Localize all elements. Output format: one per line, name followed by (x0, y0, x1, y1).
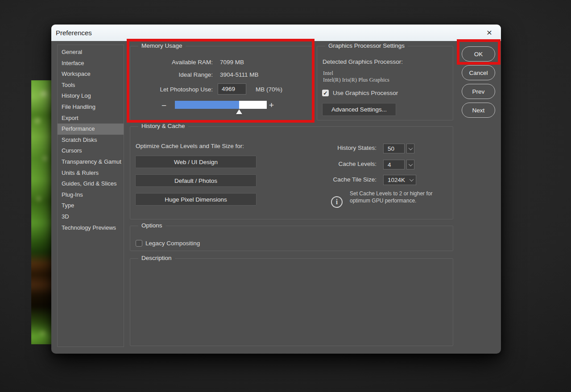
desktop-background: Preferences × GeneralInterfaceWorkspaceT… (0, 0, 571, 392)
memory-slider-fill (175, 101, 239, 109)
description-section: Description (130, 258, 453, 346)
sidebar-item-file-handling[interactable]: File Handling (58, 102, 124, 113)
let-photoshop-use-label: Let Photoshop Use: (160, 86, 213, 93)
gpu-name-text: Intel(R) Iris(R) Plus Graphics (323, 77, 389, 83)
optimize-cache-label: Optimize Cache Levels and Tile Size for: (136, 143, 244, 149)
ideal-range-label: Ideal Range: (178, 71, 213, 78)
memory-usage-section: Memory Usage Available RAM: 7099 MB Idea… (130, 46, 314, 120)
dialog-titlebar: Preferences × (51, 25, 501, 41)
sidebar-item-plug-ins[interactable]: Plug-Ins (58, 190, 124, 201)
options-legend: Options (138, 222, 166, 229)
sidebar-item-technology-previews[interactable]: Technology Previews (58, 223, 124, 234)
legacy-compositing-label: Legacy Compositing (145, 240, 200, 247)
sidebar-item-history-log[interactable]: History Log (58, 91, 124, 102)
advanced-settings-button[interactable]: Advanced Settings... (322, 103, 396, 116)
cache-tile-size-select[interactable]: 1024K (383, 175, 416, 185)
cache-tile-size-label: Cache Tile Size: (333, 176, 377, 183)
preset-huge-pixel-button[interactable]: Huge Pixel Dimensions (135, 193, 257, 206)
let-photoshop-use-input[interactable] (218, 83, 246, 95)
dialog-title: Preferences (56, 29, 92, 37)
close-icon[interactable]: × (483, 26, 496, 39)
next-button[interactable]: Next (462, 103, 495, 118)
graphics-settings-legend: Graphics Processor Settings (325, 42, 408, 49)
sidebar-item-type[interactable]: Type (58, 200, 124, 211)
sidebar-item-cursors[interactable]: Cursors (58, 145, 124, 157)
background-photo (31, 80, 52, 344)
sidebar-item-general[interactable]: General (58, 47, 124, 58)
detected-gpu-label: Detected Graphics Processor: (323, 58, 403, 65)
prev-button[interactable]: Prev (462, 84, 495, 99)
slider-minus-icon[interactable]: − (161, 103, 166, 109)
description-legend: Description (138, 255, 175, 261)
sidebar-item-3d[interactable]: 3D (58, 211, 124, 223)
sidebar-item-scratch-disks[interactable]: Scratch Disks (58, 135, 124, 146)
memory-percent-suffix: MB (70%) (256, 86, 282, 93)
gpu-vendor-text: Intel (323, 70, 333, 77)
cache-tile-size-value: 1024K (388, 177, 405, 183)
preset-default-photos-button[interactable]: Default / Photos (135, 174, 257, 187)
cache-levels-label: Cache Levels: (338, 161, 377, 167)
cache-levels-value[interactable]: 4 (383, 160, 405, 169)
preferences-sidebar: GeneralInterfaceWorkspaceToolsHistory Lo… (57, 45, 124, 347)
memory-slider-thumb[interactable] (236, 109, 242, 114)
preferences-dialog: Preferences × GeneralInterfaceWorkspaceT… (51, 25, 501, 354)
memory-slider-track[interactable] (175, 101, 267, 109)
history-cache-section: History & Cache Optimize Cache Levels an… (130, 126, 453, 219)
sidebar-item-workspace[interactable]: Workspace (58, 69, 124, 80)
history-states-value[interactable]: 50 (383, 144, 405, 153)
sidebar-item-interface[interactable]: Interface (58, 58, 124, 69)
graphics-settings-section: Graphics Processor Settings Detected Gra… (317, 46, 453, 120)
cache-info-text: Set Cache Levels to 2 or higher for opti… (350, 190, 432, 204)
use-gpu-label: Use Graphics Processor (333, 90, 398, 96)
memory-usage-legend: Memory Usage (138, 42, 186, 49)
sidebar-item-tools[interactable]: Tools (58, 80, 124, 91)
sidebar-item-transparency-gamut[interactable]: Transparency & Gamut (58, 157, 124, 168)
sidebar-item-export[interactable]: Export (58, 113, 124, 124)
slider-plus-icon[interactable]: + (269, 102, 274, 108)
sidebar-item-performance[interactable]: Performance (58, 124, 124, 135)
cancel-button[interactable]: Cancel (462, 65, 495, 80)
history-states-label: History States: (337, 144, 377, 151)
history-states-dropdown-icon[interactable] (406, 144, 414, 153)
cache-tile-dropdown-icon (410, 177, 414, 182)
available-ram-value: 7099 MB (220, 59, 244, 66)
options-section: Options Legacy Compositing (130, 226, 453, 251)
available-ram-label: Available RAM: (172, 59, 213, 66)
info-icon: i (331, 196, 343, 208)
ideal-range-value: 3904-5111 MB (220, 71, 259, 78)
history-cache-legend: History & Cache (138, 123, 188, 129)
use-gpu-checkbox[interactable]: ✓ (322, 90, 329, 96)
sidebar-item-units-rulers[interactable]: Units & Rulers (58, 168, 124, 179)
legacy-compositing-checkbox[interactable] (136, 240, 142, 247)
cache-levels-dropdown-icon[interactable] (406, 160, 414, 169)
sidebar-item-guides-grid-slices[interactable]: Guides, Grid & Slices (58, 178, 124, 190)
ok-button[interactable]: OK (462, 46, 495, 62)
preset-web-ui-button[interactable]: Web / UI Design (135, 156, 257, 168)
